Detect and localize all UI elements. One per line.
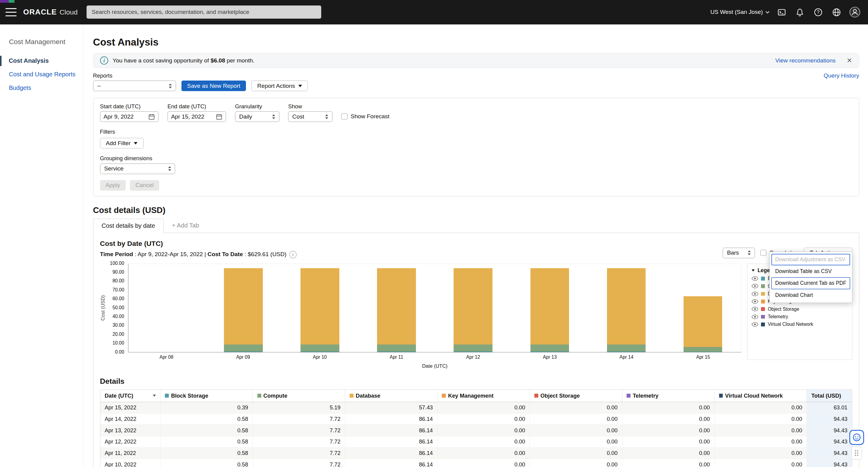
column-header-object-storage[interactable]: Object Storage — [530, 390, 622, 402]
end-date-input[interactable]: Apr 15, 2022 — [167, 111, 226, 122]
profile-avatar[interactable] — [849, 7, 861, 18]
visibility-eye-icon[interactable] — [752, 314, 758, 319]
tab-cost-details-by-date[interactable]: Cost details by date — [93, 219, 164, 233]
menu-item-download-chart[interactable]: Download Chart — [771, 289, 850, 301]
menu-item-download-current-tab-as-pdf[interactable]: Download Current Tab as PDF — [771, 277, 850, 289]
value-cell: 0.00 — [530, 459, 622, 467]
value-cell: 0.00 — [530, 402, 622, 413]
value-cell: 7.72 — [253, 459, 345, 467]
bar-segment-compute — [607, 345, 646, 351]
column-header-virtual-cloud-network[interactable]: Virtual Cloud Network — [714, 390, 807, 402]
report-actions-button[interactable]: Report Actions — [251, 81, 308, 91]
region-selector[interactable]: US West (San Jose) — [710, 9, 769, 16]
visibility-eye-icon[interactable] — [752, 291, 758, 296]
sort-caret-icon[interactable] — [153, 395, 156, 397]
x-tick-label: Apr 10 — [281, 354, 358, 360]
visibility-eye-icon[interactable] — [752, 299, 758, 304]
add-tab-button[interactable]: + Add Tab — [164, 219, 207, 232]
menu-item-download-table-as-csv[interactable]: Download Table as CSV — [771, 265, 850, 277]
legend-swatch — [761, 292, 765, 296]
legend-swatch — [761, 299, 765, 303]
sidebar-item-budgets[interactable]: Budgets — [0, 83, 83, 93]
save-as-new-report-button[interactable]: Save as New Report — [181, 81, 246, 91]
value-cell: 0.00 — [530, 447, 622, 459]
table-row: Apr 15, 20220.395.1957.430.000.000.000.0… — [100, 402, 852, 413]
apply-button[interactable]: Apply — [100, 180, 126, 191]
assistant-robot-icon — [852, 433, 861, 442]
svg-text:?: ? — [817, 10, 819, 15]
bar-apr-11[interactable] — [377, 268, 416, 352]
reports-select[interactable]: -- — [93, 81, 176, 91]
column-header-compute[interactable]: Compute — [253, 390, 345, 402]
add-filter-button[interactable]: Add Filter — [100, 138, 144, 148]
sidebar-item-cost-and-usage-reports[interactable]: Cost and Usage Reports — [0, 69, 83, 80]
hamburger-menu-icon[interactable] — [5, 8, 17, 17]
table-row: Apr 13, 20220.587.7286.140.000.000.000.0… — [100, 425, 852, 436]
visibility-eye-icon[interactable] — [752, 276, 758, 281]
visibility-eye-icon[interactable] — [752, 307, 758, 312]
chart-type-select[interactable]: Bars — [723, 248, 755, 258]
query-history-link[interactable]: Query History — [824, 72, 859, 79]
search-input[interactable] — [87, 5, 321, 19]
visibility-eye-icon[interactable] — [752, 284, 758, 289]
close-icon[interactable]: ✕ — [846, 57, 852, 64]
assistant-button[interactable] — [849, 430, 864, 445]
stepper-icon — [168, 166, 171, 171]
reports-label-row: Reports Query History — [93, 72, 859, 79]
bar-apr-10[interactable] — [301, 268, 339, 352]
value-cell: 7.72 — [253, 436, 345, 448]
column-header-database[interactable]: Database — [345, 390, 437, 402]
granularity-select[interactable]: Daily — [235, 111, 279, 122]
help-icon[interactable]: ? — [812, 7, 824, 18]
info-icon[interactable]: i — [289, 251, 297, 258]
granularity-label: Granularity — [235, 103, 279, 110]
visibility-eye-icon[interactable] — [752, 322, 758, 327]
show-select[interactable]: Cost — [288, 111, 333, 122]
legend-item-virtual-cloud-network[interactable]: Virtual Cloud Network — [752, 322, 847, 327]
date-cell: Apr 11, 2022 — [100, 447, 161, 459]
bar-apr-13[interactable] — [530, 268, 569, 352]
floating-widgets — [849, 430, 864, 459]
brand-cloud-text: Cloud — [60, 8, 78, 16]
legend-item-object-storage[interactable]: Object Storage — [752, 307, 847, 312]
notifications-bell-icon[interactable] — [795, 7, 806, 18]
info-icon: i — [100, 56, 108, 65]
column-header-block-storage[interactable]: Block Storage — [160, 390, 253, 402]
bar-slot — [512, 268, 588, 352]
view-recommendations-link[interactable]: View recommendations — [775, 57, 835, 64]
row-total-cell: 94.43 — [807, 425, 852, 436]
column-header-date-utc[interactable]: Date (UTC) — [100, 390, 161, 402]
cumulative-checkbox[interactable] — [761, 250, 767, 256]
top-navigation-bar: ORACLE Cloud US West (San Jose) ? — [0, 0, 868, 24]
drag-handle[interactable] — [851, 446, 862, 459]
column-header-telemetry[interactable]: Telemetry — [622, 390, 714, 402]
legend-collapse-icon[interactable] — [752, 269, 755, 271]
language-globe-icon[interactable] — [831, 7, 842, 18]
reports-select-value: -- — [97, 83, 101, 89]
bar-segment-block-storage — [607, 351, 646, 352]
start-date-input[interactable]: Apr 9, 2022 — [100, 111, 159, 122]
column-header-key-management[interactable]: Key Management — [437, 390, 530, 402]
column-swatch — [165, 394, 169, 398]
bar-segment-block-storage — [377, 351, 416, 352]
bar-apr-15[interactable] — [684, 296, 722, 352]
x-tick-label: Apr 15 — [665, 354, 741, 360]
column-header-total-usd[interactable]: Total (USD) — [807, 390, 852, 402]
legend-item-telemetry[interactable]: Telemetry — [752, 314, 847, 319]
y-axis-ticks: 0.0010.0020.0030.0040.0050.0060.0070.008… — [106, 264, 128, 352]
cloud-shell-icon[interactable] — [776, 7, 787, 18]
date-cell: Apr 12, 2022 — [100, 436, 161, 448]
y-tick-label: 10.00 — [113, 341, 124, 346]
bar-segment-compute — [301, 345, 339, 351]
sidebar-item-cost-analysis[interactable]: Cost Analysis — [0, 56, 83, 66]
bar-apr-14[interactable] — [607, 268, 646, 352]
menu-item-download-adjustment-as-csv[interactable]: Download Adjustment as CSV — [771, 254, 850, 265]
bar-apr-09[interactable] — [224, 268, 263, 352]
cancel-button[interactable]: Cancel — [130, 180, 159, 191]
show-forecast-checkbox[interactable] — [341, 113, 347, 119]
y-tick-label: 0.00 — [115, 350, 124, 355]
bar-apr-12[interactable] — [454, 268, 493, 352]
y-tick-label: 30.00 — [113, 323, 124, 328]
grouping-dimensions-select[interactable]: Service — [100, 164, 176, 174]
oracle-cloud-logo[interactable]: ORACLE Cloud — [23, 8, 78, 16]
